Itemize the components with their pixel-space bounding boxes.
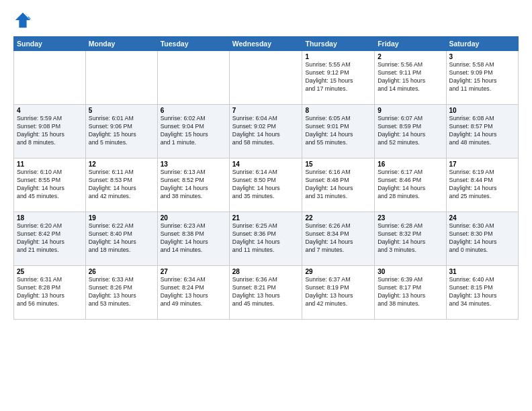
day-info: Sunrise: 5:58 AM Sunset: 9:09 PM Dayligh… xyxy=(449,61,515,93)
day-number: 20 xyxy=(161,214,226,222)
day-number: 1 xyxy=(305,53,371,60)
day-number: 30 xyxy=(378,268,443,275)
day-info: Sunrise: 6:11 AM Sunset: 8:53 PM Dayligh… xyxy=(89,169,154,201)
day-number: 5 xyxy=(89,107,154,114)
day-number: 11 xyxy=(17,161,83,168)
calendar-cell: 26Sunrise: 6:33 AM Sunset: 8:26 PM Dayli… xyxy=(85,266,157,320)
day-info: Sunrise: 6:17 AM Sunset: 8:46 PM Dayligh… xyxy=(378,169,443,201)
calendar-cell: 23Sunrise: 6:28 AM Sunset: 8:32 PM Dayli… xyxy=(375,212,446,266)
page: SundayMondayTuesdayWednesdayThursdayFrid… xyxy=(0,0,532,411)
calendar-table: SundayMondayTuesdayWednesdayThursdayFrid… xyxy=(13,36,519,320)
day-number: 3 xyxy=(449,53,515,60)
calendar-cell: 11Sunrise: 6:10 AM Sunset: 8:55 PM Dayli… xyxy=(14,158,86,212)
day-number: 10 xyxy=(449,107,515,114)
day-number: 26 xyxy=(89,268,154,275)
day-number: 25 xyxy=(17,268,83,275)
calendar-week-row: 18Sunrise: 6:20 AM Sunset: 8:42 PM Dayli… xyxy=(14,212,519,266)
day-info: Sunrise: 6:37 AM Sunset: 8:19 PM Dayligh… xyxy=(305,276,371,308)
calendar-cell: 9Sunrise: 6:07 AM Sunset: 8:59 PM Daylig… xyxy=(375,105,446,158)
day-number: 2 xyxy=(378,53,443,60)
calendar-cell: 7Sunrise: 6:04 AM Sunset: 9:02 PM Daylig… xyxy=(229,105,302,158)
day-number: 12 xyxy=(89,161,154,168)
day-info: Sunrise: 6:34 AM Sunset: 8:24 PM Dayligh… xyxy=(161,276,226,308)
calendar-cell: 2Sunrise: 5:56 AM Sunset: 9:11 PM Daylig… xyxy=(375,51,446,105)
day-info: Sunrise: 6:40 AM Sunset: 8:15 PM Dayligh… xyxy=(449,276,515,308)
day-info: Sunrise: 6:36 AM Sunset: 8:21 PM Dayligh… xyxy=(232,276,300,308)
day-info: Sunrise: 6:08 AM Sunset: 8:57 PM Dayligh… xyxy=(449,115,515,147)
day-number: 6 xyxy=(161,107,226,114)
calendar-cell: 16Sunrise: 6:17 AM Sunset: 8:46 PM Dayli… xyxy=(375,158,446,212)
calendar-cell: 6Sunrise: 6:02 AM Sunset: 9:04 PM Daylig… xyxy=(157,105,229,158)
calendar-cell: 25Sunrise: 6:31 AM Sunset: 8:28 PM Dayli… xyxy=(14,266,86,320)
calendar-cell: 12Sunrise: 6:11 AM Sunset: 8:53 PM Dayli… xyxy=(85,158,157,212)
day-number: 24 xyxy=(449,214,515,222)
calendar-cell: 1Sunrise: 5:55 AM Sunset: 9:12 PM Daylig… xyxy=(302,51,375,105)
calendar-cell: 15Sunrise: 6:16 AM Sunset: 8:48 PM Dayli… xyxy=(302,158,375,212)
day-info: Sunrise: 5:56 AM Sunset: 9:11 PM Dayligh… xyxy=(378,61,443,93)
day-number: 7 xyxy=(232,107,300,114)
calendar-cell: 18Sunrise: 6:20 AM Sunset: 8:42 PM Dayli… xyxy=(14,212,86,266)
day-number: 14 xyxy=(232,161,300,168)
day-number: 28 xyxy=(232,268,300,275)
day-number: 27 xyxy=(161,268,226,275)
weekday-header: Thursday xyxy=(302,37,375,51)
day-number: 9 xyxy=(378,107,443,114)
day-number: 21 xyxy=(232,214,300,222)
calendar-cell: 24Sunrise: 6:30 AM Sunset: 8:30 PM Dayli… xyxy=(446,212,518,266)
calendar-cell: 31Sunrise: 6:40 AM Sunset: 8:15 PM Dayli… xyxy=(446,266,518,320)
day-number: 18 xyxy=(17,214,83,222)
day-info: Sunrise: 6:25 AM Sunset: 8:36 PM Dayligh… xyxy=(232,222,300,255)
day-info: Sunrise: 6:14 AM Sunset: 8:50 PM Dayligh… xyxy=(232,169,300,201)
day-info: Sunrise: 6:22 AM Sunset: 8:40 PM Dayligh… xyxy=(89,222,154,255)
day-number: 13 xyxy=(161,161,226,168)
day-number: 19 xyxy=(89,214,154,222)
day-info: Sunrise: 6:13 AM Sunset: 8:52 PM Dayligh… xyxy=(161,169,226,201)
day-info: Sunrise: 6:30 AM Sunset: 8:30 PM Dayligh… xyxy=(449,222,515,255)
calendar-cell: 14Sunrise: 6:14 AM Sunset: 8:50 PM Dayli… xyxy=(229,158,302,212)
day-number: 4 xyxy=(17,107,83,114)
day-info: Sunrise: 5:55 AM Sunset: 9:12 PM Dayligh… xyxy=(305,61,371,93)
day-info: Sunrise: 6:16 AM Sunset: 8:48 PM Dayligh… xyxy=(305,169,371,201)
weekday-header: Friday xyxy=(375,37,446,51)
calendar-cell: 22Sunrise: 6:26 AM Sunset: 8:34 PM Dayli… xyxy=(302,212,375,266)
day-number: 8 xyxy=(305,107,371,114)
calendar-cell: 20Sunrise: 6:23 AM Sunset: 8:38 PM Dayli… xyxy=(157,212,229,266)
day-info: Sunrise: 6:02 AM Sunset: 9:04 PM Dayligh… xyxy=(161,115,226,147)
calendar-header-row: SundayMondayTuesdayWednesdayThursdayFrid… xyxy=(14,37,519,51)
calendar-cell xyxy=(85,51,157,105)
day-info: Sunrise: 6:23 AM Sunset: 8:38 PM Dayligh… xyxy=(161,222,226,255)
day-info: Sunrise: 6:19 AM Sunset: 8:44 PM Dayligh… xyxy=(449,169,515,201)
calendar-cell: 4Sunrise: 5:59 AM Sunset: 9:08 PM Daylig… xyxy=(14,105,86,158)
day-info: Sunrise: 6:31 AM Sunset: 8:28 PM Dayligh… xyxy=(17,276,83,308)
calendar-week-row: 4Sunrise: 5:59 AM Sunset: 9:08 PM Daylig… xyxy=(14,105,519,158)
calendar-cell xyxy=(14,51,86,105)
weekday-header: Sunday xyxy=(14,37,86,51)
calendar-cell: 27Sunrise: 6:34 AM Sunset: 8:24 PM Dayli… xyxy=(157,266,229,320)
day-info: Sunrise: 6:39 AM Sunset: 8:17 PM Dayligh… xyxy=(378,276,443,308)
calendar-cell: 30Sunrise: 6:39 AM Sunset: 8:17 PM Dayli… xyxy=(375,266,446,320)
logo xyxy=(13,11,35,30)
logo-icon xyxy=(13,11,32,30)
day-info: Sunrise: 6:20 AM Sunset: 8:42 PM Dayligh… xyxy=(17,222,83,255)
day-number: 17 xyxy=(449,161,515,168)
calendar-cell: 19Sunrise: 6:22 AM Sunset: 8:40 PM Dayli… xyxy=(85,212,157,266)
day-info: Sunrise: 6:01 AM Sunset: 9:06 PM Dayligh… xyxy=(89,115,154,147)
day-number: 23 xyxy=(378,214,443,222)
day-number: 15 xyxy=(305,161,371,168)
day-number: 29 xyxy=(305,268,371,275)
day-info: Sunrise: 6:33 AM Sunset: 8:26 PM Dayligh… xyxy=(89,276,154,308)
calendar-cell: 29Sunrise: 6:37 AM Sunset: 8:19 PM Dayli… xyxy=(302,266,375,320)
calendar-cell: 3Sunrise: 5:58 AM Sunset: 9:09 PM Daylig… xyxy=(446,51,518,105)
calendar-week-row: 11Sunrise: 6:10 AM Sunset: 8:55 PM Dayli… xyxy=(14,158,519,212)
day-info: Sunrise: 6:28 AM Sunset: 8:32 PM Dayligh… xyxy=(378,222,443,255)
day-number: 31 xyxy=(449,268,515,275)
calendar-cell: 21Sunrise: 6:25 AM Sunset: 8:36 PM Dayli… xyxy=(229,212,302,266)
calendar-cell: 5Sunrise: 6:01 AM Sunset: 9:06 PM Daylig… xyxy=(85,105,157,158)
calendar-week-row: 25Sunrise: 6:31 AM Sunset: 8:28 PM Dayli… xyxy=(14,266,519,320)
calendar-cell xyxy=(157,51,229,105)
calendar-cell: 17Sunrise: 6:19 AM Sunset: 8:44 PM Dayli… xyxy=(446,158,518,212)
calendar-week-row: 1Sunrise: 5:55 AM Sunset: 9:12 PM Daylig… xyxy=(14,51,519,105)
day-info: Sunrise: 5:59 AM Sunset: 9:08 PM Dayligh… xyxy=(17,115,83,147)
calendar-cell: 13Sunrise: 6:13 AM Sunset: 8:52 PM Dayli… xyxy=(157,158,229,212)
weekday-header: Saturday xyxy=(446,37,518,51)
